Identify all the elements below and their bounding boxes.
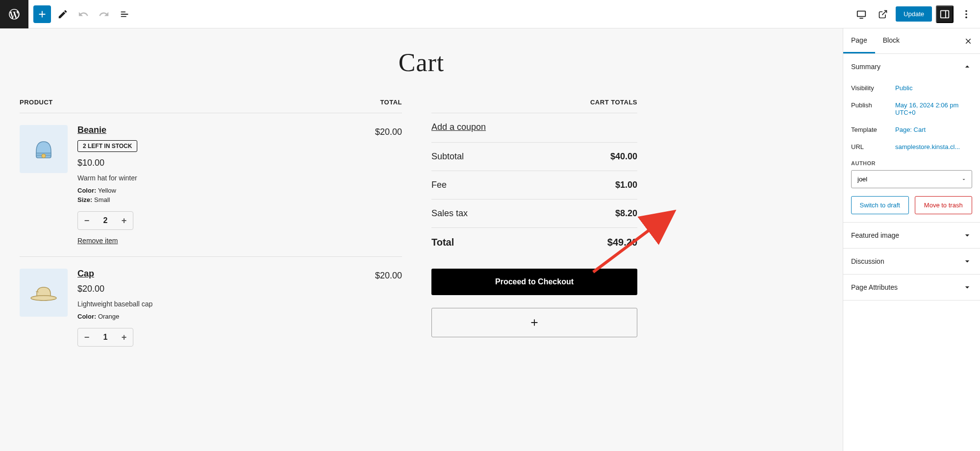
svg-point-8 (31, 296, 56, 301)
page-attributes-title: Page Attributes (851, 283, 898, 291)
view-button[interactable] (853, 5, 870, 23)
quantity-stepper: − 2 + (77, 211, 133, 230)
product-description: Warm hat for winter (77, 174, 365, 182)
total-label: Total (431, 237, 454, 248)
editor-canvas[interactable]: Cart PRODUCT TOTAL Beanie 2 LEFT (0, 28, 843, 451)
quantity-value: 1 (96, 333, 115, 342)
color-label: Color: (77, 313, 96, 320)
template-value[interactable]: Page: Cart (895, 126, 972, 133)
options-button[interactable] (957, 5, 975, 23)
size-label: Size: (77, 196, 92, 203)
product-image[interactable] (20, 125, 68, 173)
column-product-header: PRODUCT (20, 99, 53, 106)
quantity-increase-button[interactable]: + (115, 328, 133, 346)
publish-value[interactable]: May 16, 2024 2:06 pm UTC+0 (895, 101, 972, 116)
chevron-down-icon (962, 230, 972, 240)
redo-button[interactable] (95, 5, 113, 23)
svg-rect-0 (857, 11, 866, 16)
author-label: AUTHOR (851, 160, 972, 166)
subtotal-value: $40.00 (610, 151, 637, 162)
add-block-button[interactable] (33, 5, 51, 23)
visibility-value[interactable]: Public (895, 84, 972, 92)
product-name[interactable]: Beanie (77, 125, 365, 135)
svg-point-5 (965, 16, 967, 18)
svg-point-7 (42, 154, 46, 158)
update-button[interactable]: Update (896, 6, 932, 22)
sidebar-toggle-button[interactable] (936, 5, 954, 23)
quantity-value: 2 (96, 216, 115, 225)
wordpress-logo[interactable] (0, 0, 28, 28)
settings-sidebar: Page Block Summary Visibility Public (843, 28, 980, 451)
chevron-down-icon (962, 256, 972, 266)
summary-panel-header[interactable]: Summary (843, 54, 980, 79)
top-toolbar: Update (0, 0, 980, 28)
preview-button[interactable] (874, 5, 892, 23)
discussion-title: Discussion (851, 257, 884, 265)
publish-label: Publish (851, 101, 895, 116)
tools-button[interactable] (54, 5, 72, 23)
tax-label: Sales tax (431, 208, 468, 219)
tab-block[interactable]: Block (875, 28, 907, 53)
tax-value: $8.20 (615, 208, 637, 219)
line-total: $20.00 (375, 269, 402, 347)
subtotal-label: Subtotal (431, 151, 464, 162)
add-coupon-link[interactable]: Add a coupon (431, 113, 637, 142)
size-value: Small (94, 196, 110, 203)
summary-title: Summary (851, 63, 880, 71)
svg-point-4 (965, 13, 967, 15)
move-to-trash-button[interactable]: Move to trash (915, 196, 973, 214)
cart-totals-header: CART TOTALS (431, 92, 637, 113)
svg-rect-1 (941, 10, 949, 18)
color-value: Orange (98, 313, 119, 320)
url-value[interactable]: samplestore.kinsta.cl... (895, 143, 972, 150)
tab-page[interactable]: Page (843, 28, 875, 53)
product-image[interactable] (20, 269, 68, 317)
product-description: Lightweight baseball cap (77, 300, 365, 308)
visibility-label: Visibility (851, 84, 895, 92)
list-view-button[interactable] (116, 5, 133, 23)
featured-image-panel-header[interactable]: Featured image (843, 223, 980, 248)
color-value: Yellow (98, 187, 116, 194)
product-price: $10.00 (77, 158, 365, 168)
quantity-decrease-button[interactable]: − (78, 212, 96, 229)
quantity-stepper: − 1 + (77, 328, 133, 347)
author-select[interactable]: joel (851, 170, 972, 188)
remove-item-link[interactable]: Remove item (77, 237, 365, 245)
template-label: Template (851, 126, 895, 133)
close-icon (964, 37, 973, 46)
line-total: $20.00 (375, 125, 402, 245)
proceed-to-checkout-button[interactable]: Proceed to Checkout (431, 269, 637, 295)
cart-item: Beanie 2 LEFT IN STOCK $10.00 Warm hat f… (20, 113, 402, 257)
featured-image-title: Featured image (851, 231, 899, 239)
svg-point-3 (965, 10, 967, 12)
chevron-down-icon (962, 282, 972, 292)
undo-button[interactable] (75, 5, 92, 23)
stock-badge: 2 LEFT IN STOCK (77, 140, 137, 152)
color-label: Color: (77, 187, 96, 194)
add-block-placeholder-button[interactable] (431, 308, 637, 337)
page-title[interactable]: Cart (0, 48, 843, 77)
total-value: $49.20 (607, 237, 637, 248)
quantity-increase-button[interactable]: + (115, 212, 133, 229)
column-total-header: TOTAL (380, 99, 402, 106)
product-price: $20.00 (77, 284, 365, 294)
page-attributes-panel-header[interactable]: Page Attributes (843, 275, 980, 300)
switch-to-draft-button[interactable]: Switch to draft (851, 196, 909, 214)
chevron-up-icon (962, 62, 972, 72)
fee-value: $1.00 (615, 180, 637, 190)
discussion-panel-header[interactable]: Discussion (843, 249, 980, 274)
plus-icon (529, 317, 540, 328)
fee-label: Fee (431, 180, 447, 190)
cart-item: Cap $20.00 Lightweight baseball cap Colo… (20, 257, 402, 358)
url-label: URL (851, 143, 895, 150)
quantity-decrease-button[interactable]: − (78, 328, 96, 346)
close-sidebar-button[interactable] (960, 33, 976, 49)
product-name[interactable]: Cap (77, 269, 365, 279)
